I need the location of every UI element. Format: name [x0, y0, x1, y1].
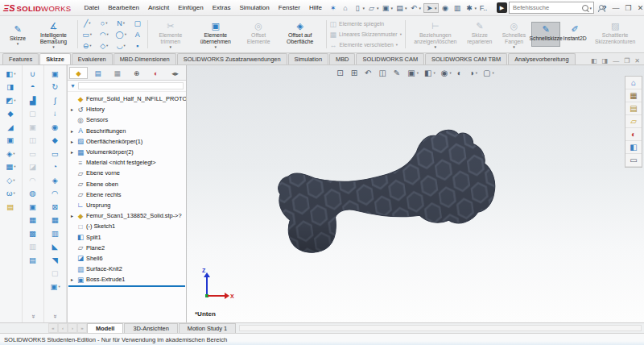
tree-filter-input[interactable] — [78, 82, 184, 89]
feature-tool-button[interactable]: ◔ — [44, 160, 66, 174]
feature-tool-button[interactable]: ↓ — [44, 107, 66, 121]
feature-tool-button[interactable]: ▣ — [0, 134, 22, 148]
ribbon-button[interactable]: ✂ Elemente trimmen ▾ — [151, 19, 191, 50]
minimize-button[interactable]: — — [613, 4, 620, 12]
ribbon-button[interactable]: ▣ Elemente übernehmen ▾ — [191, 19, 240, 50]
feature-tool-button[interactable]: ◣ — [44, 240, 66, 254]
ribbon-button[interactable]: ▨ Schattierte Skizzenkonturen — [589, 19, 641, 50]
new-document-button[interactable]: ▯▾ — [353, 4, 365, 12]
command-tab[interactable]: Simulation — [288, 53, 329, 64]
ribbon-row-button[interactable]: ↔ Elemente verschieben ▾ — [330, 41, 402, 49]
feature-tool-button[interactable]: ▣ — [23, 200, 44, 214]
custom-properties-icon[interactable]: ▭ — [625, 154, 642, 167]
femur-model[interactable] — [266, 127, 501, 260]
feature-tool-button[interactable]: ◉ — [44, 120, 66, 134]
dropdown-caret-icon[interactable]: ▾ — [215, 44, 217, 49]
graphics-viewport[interactable]: ⊡ ⊞ ↶ ◫ ✎ ▣▾ — [187, 65, 644, 322]
command-tab[interactable]: Skizze — [39, 53, 71, 64]
tab-scroll-button[interactable]: » — [77, 323, 87, 333]
feature-tool-button[interactable]: ◥ — [44, 253, 66, 267]
display-style-button[interactable]: ◧▾ — [424, 69, 436, 77]
menu-item[interactable]: Ansicht — [144, 2, 173, 13]
menu-item[interactable]: Einfügen — [174, 2, 208, 13]
dropdown-caret-icon[interactable]: ▾ — [52, 44, 55, 49]
close-button[interactable]: ✕ — [638, 4, 644, 12]
tree-item[interactable]: ≡ Material <nicht festgelegt> — [68, 157, 186, 168]
doc-close-button[interactable]: ✕ — [634, 57, 640, 64]
tree-item[interactable]: ▥ Surface-Knit2 — [68, 264, 186, 274]
feature-tool-button[interactable]: ◩▾ — [0, 94, 22, 107]
command-tab[interactable]: MBD-Dimensionen — [114, 53, 176, 64]
featuremanager-tab[interactable]: ◆ — [69, 67, 88, 79]
command-tab[interactable]: Evaluieren — [72, 53, 113, 64]
feature-tool-button[interactable]: ▢ — [23, 107, 44, 121]
dropdown-caret-icon[interactable]: ▾ — [106, 44, 108, 48]
dropdown-caret-icon[interactable]: ▾ — [475, 6, 477, 10]
tree-item[interactable]: □ (-) Sketch1 — [68, 221, 186, 231]
file-explorer-icon[interactable]: ▱ — [625, 115, 642, 128]
dropdown-caret-icon[interactable]: ▾ — [513, 44, 515, 49]
ribbon-button[interactable]: ⊢ Beziehungen anzeigen/löschen ▾ — [408, 19, 463, 50]
ribbon-button[interactable]: ✐ Instant2D — [560, 22, 589, 48]
propertymanager-tab[interactable]: ▤ — [89, 67, 107, 79]
dropdown-caret-icon[interactable]: ▾ — [105, 21, 107, 25]
filter-funnel-icon[interactable]: ▼ — [70, 83, 76, 89]
search-icon[interactable] — [582, 5, 588, 11]
design-library-icon[interactable]: ▤ — [625, 102, 642, 115]
menu-item[interactable]: Datei — [80, 2, 104, 13]
dropdown-caret-icon[interactable]: ▾ — [405, 6, 407, 10]
zoom-to-fit-button[interactable]: ⊡ — [336, 69, 345, 77]
feature-tool-button[interactable]: ⊠ — [44, 200, 66, 214]
feature-tool-button[interactable]: ◨ — [0, 81, 22, 94]
ribbon-row-button[interactable]: ▦ Lineares Skizzenmuster ▾ — [330, 31, 402, 39]
restore-button[interactable]: ❐ — [625, 4, 632, 12]
ribbon-button[interactable]: ∡ Intelligente Bemaßung ▾ — [32, 19, 75, 50]
feature-tool-button[interactable]: ▟ — [23, 94, 44, 107]
dropdown-caret-icon[interactable]: ▾ — [170, 44, 172, 49]
appearances-icon[interactable]: ◧ — [625, 141, 642, 154]
doc-minimize-button[interactable]: — — [613, 57, 619, 64]
feature-tool-button[interactable]: ◈▾ — [0, 147, 22, 160]
dropdown-caret-icon[interactable]: ▾ — [89, 44, 91, 48]
print-button[interactable]: ▤▾ — [395, 4, 407, 12]
command-tab[interactable]: Features — [2, 53, 39, 64]
dropdown-caret-icon[interactable]: ▾ — [449, 71, 451, 75]
feature-tool-button[interactable]: ◪ — [23, 160, 44, 174]
ribbon-button[interactable]: ✎ Skizze reparieren — [463, 19, 497, 50]
dropdown-caret-icon[interactable]: ▾ — [124, 44, 126, 48]
feature-tool-button[interactable]: ▦ — [23, 214, 44, 227]
ribbon-button[interactable]: ◎ Schnelles Fangen ▾ — [497, 19, 531, 50]
toolbar-overflow-icon[interactable]: » — [30, 314, 37, 318]
feature-tool-button[interactable]: ◆ — [44, 134, 66, 148]
menu-item[interactable]: Fenster — [275, 2, 304, 13]
settings-gear-button[interactable]: ✱▾ — [465, 4, 477, 12]
search-caret-icon[interactable]: ▾ — [590, 6, 592, 10]
feature-tool-button[interactable]: ▭ — [44, 147, 66, 160]
toolbar-overflow-icon[interactable]: » — [52, 314, 59, 318]
dropdown-caret-icon[interactable]: ▾ — [362, 6, 365, 10]
expand-arrow-icon[interactable]: ▸ — [69, 276, 75, 282]
displaymanager-tab[interactable]: ◐ — [147, 67, 165, 79]
dropdown-caret-icon[interactable]: ▾ — [14, 72, 15, 76]
feature-tool-button[interactable]: ◇▾ — [0, 173, 22, 187]
previous-view-button[interactable]: ↶ — [365, 69, 373, 77]
tree-item[interactable]: ▸ ▣ Boss-Extrude1 — [68, 274, 186, 285]
dropdown-caret-icon[interactable]: ▾ — [13, 178, 14, 182]
home-button[interactable]: ⌂ — [341, 4, 350, 12]
menu-item[interactable]: Hilfe — [305, 2, 326, 13]
feature-tool-button[interactable]: ∪ — [23, 67, 44, 81]
sketch-entity-button[interactable]: ⊖▾ — [79, 40, 96, 52]
expand-arrow-icon[interactable]: ▸ — [69, 106, 75, 112]
dropdown-caret-icon[interactable]: ▾ — [14, 98, 15, 102]
view-settings-button[interactable]: ▢▾ — [483, 69, 494, 77]
tree-item[interactable]: ▸ ▧ Oberflächenkörper(1) — [68, 136, 186, 147]
command-tab[interactable]: MBD — [329, 53, 355, 64]
tree-item[interactable]: ◧ Split1 — [68, 231, 186, 242]
doc-tile-button[interactable]: ◨ — [602, 57, 609, 64]
feature-tool-button[interactable]: ▣ — [23, 120, 44, 134]
document-mode-tab[interactable]: Modell — [87, 323, 123, 333]
command-search-box[interactable]: ▾ — [509, 2, 594, 14]
menu-item[interactable]: Simulation — [235, 2, 273, 13]
dropdown-caret-icon[interactable]: ▾ — [435, 6, 437, 10]
document-mode-tab[interactable]: Motion Study 1 — [179, 323, 236, 333]
